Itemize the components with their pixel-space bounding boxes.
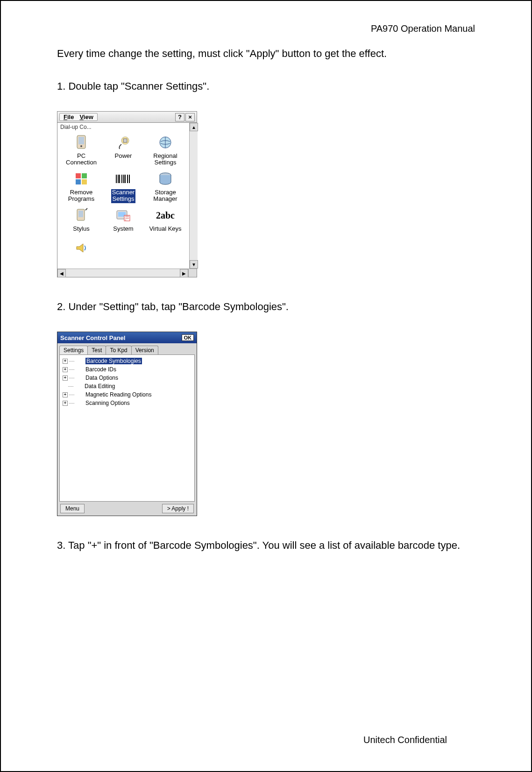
windows-icon bbox=[60, 170, 102, 188]
window-titlebar: Scanner Control Panel OK bbox=[57, 332, 197, 343]
tree-label: Barcode IDs bbox=[85, 366, 116, 373]
close-button[interactable]: × bbox=[185, 113, 195, 121]
icon-label: Stylus bbox=[60, 226, 102, 240]
tree-connector: ········ bbox=[69, 375, 85, 380]
stylus-icon bbox=[60, 206, 102, 225]
tab-bar: Settings Test To Kpd Version bbox=[57, 343, 197, 354]
tree-node-data-editing[interactable]: ········ Data Editing bbox=[61, 382, 193, 390]
icon-pc-connection[interactable]: PCConnection bbox=[60, 133, 102, 167]
database-icon bbox=[144, 170, 186, 188]
icon-label: System bbox=[102, 226, 144, 240]
tab-version[interactable]: Version bbox=[131, 346, 158, 354]
window-title: Scanner Control Panel bbox=[60, 334, 125, 341]
tree-connector: ········ bbox=[69, 367, 85, 372]
tab-test[interactable]: Test bbox=[87, 346, 106, 354]
svg-rect-1 bbox=[78, 137, 84, 144]
svg-rect-9 bbox=[82, 179, 87, 184]
tree-node-scanning-options[interactable]: + ········ Scanning Options bbox=[61, 399, 193, 407]
svg-rect-20 bbox=[78, 211, 83, 217]
menu-view[interactable]: View bbox=[77, 113, 96, 120]
svg-rect-6 bbox=[76, 173, 81, 178]
tree-connector: ········ bbox=[69, 401, 85, 405]
icon-label-selected: ScannerSettings bbox=[102, 188, 144, 203]
control-panel-screenshot: File View ? × Dial-up Co... bbox=[57, 111, 197, 277]
menu-button[interactable]: Menu bbox=[60, 504, 85, 513]
globe-icon bbox=[144, 133, 186, 152]
icon-partial[interactable] bbox=[60, 242, 102, 254]
icon-stylus[interactable]: Stylus bbox=[60, 206, 102, 240]
tree-label: Scanning Options bbox=[85, 400, 130, 406]
horizontal-scrollbar[interactable]: ◀ ▶ bbox=[57, 269, 197, 277]
tab-settings[interactable]: Settings bbox=[59, 346, 88, 354]
speaker-icon bbox=[60, 242, 102, 254]
settings-tree: + ········ Barcode Symbologies + ·······… bbox=[59, 354, 195, 502]
tree-label: Data Options bbox=[85, 375, 118, 381]
tree-node-barcode-symbologies[interactable]: + ········ Barcode Symbologies bbox=[61, 357, 193, 365]
step-1-text: 1. Double tap "Scanner Settings". bbox=[57, 80, 475, 92]
svg-line-21 bbox=[85, 208, 87, 210]
scanner-control-panel-screenshot: Scanner Control Panel OK Settings Test T… bbox=[57, 332, 197, 516]
tree-label: Magnetic Reading Options bbox=[85, 391, 151, 398]
scroll-up-button[interactable]: ▲ bbox=[190, 123, 198, 131]
tree-connector: ········ bbox=[69, 359, 85, 363]
tree-node-magnetic-reading[interactable]: + ········ Magnetic Reading Options bbox=[61, 390, 193, 399]
page-header: PA970 Operation Manual bbox=[371, 23, 475, 34]
icon-label: StorageManager bbox=[144, 189, 186, 203]
intro-text: Every time change the setting, must clic… bbox=[57, 45, 475, 62]
svg-point-2 bbox=[80, 145, 82, 147]
scroll-left-button[interactable]: ◀ bbox=[57, 269, 66, 277]
expand-icon[interactable]: + bbox=[63, 375, 68, 381]
menubar: File View ? × bbox=[57, 112, 197, 123]
icon-remove-programs[interactable]: RemovePrograms bbox=[60, 170, 102, 203]
svg-rect-4 bbox=[123, 139, 127, 142]
tree-label: Barcode Symbologies bbox=[85, 358, 142, 364]
svg-rect-8 bbox=[76, 179, 81, 184]
icon-label: RemovePrograms bbox=[60, 189, 102, 203]
tab-to-kpd[interactable]: To Kpd bbox=[106, 346, 131, 354]
bottom-bar: Menu > Apply ! bbox=[57, 502, 197, 516]
svg-rect-7 bbox=[82, 173, 87, 178]
tree-connector: ········ bbox=[68, 384, 85, 389]
tree-label: Data Editing bbox=[85, 383, 115, 390]
apply-button[interactable]: > Apply ! bbox=[162, 504, 194, 513]
expand-icon[interactable]: + bbox=[63, 359, 68, 364]
scroll-down-button[interactable]: ▼ bbox=[190, 260, 198, 269]
tree-node-data-options[interactable]: + ········ Data Options bbox=[61, 374, 193, 382]
icon-power[interactable]: Power bbox=[102, 133, 144, 167]
step-3-text: 3. Tap "+" in front of "Barcode Symbolog… bbox=[57, 539, 475, 552]
help-button[interactable]: ? bbox=[175, 113, 184, 121]
scroll-right-button[interactable]: ▶ bbox=[180, 269, 188, 277]
tree-node-barcode-ids[interactable]: + ········ Barcode IDs bbox=[61, 365, 193, 374]
ok-button[interactable]: OK bbox=[182, 334, 194, 341]
icon-regional-settings[interactable]: RegionalSettings bbox=[144, 133, 186, 167]
truncated-label: Dial-up Co... bbox=[60, 124, 186, 130]
icon-label: Power bbox=[102, 153, 144, 167]
tree-connector: ········ bbox=[69, 392, 85, 397]
icon-virtual-keys[interactable]: 2abc Virtual Keys bbox=[144, 206, 186, 240]
plug-icon bbox=[102, 133, 144, 152]
step-2-text: 2. Under "Setting" tab, tap "Barcode Sym… bbox=[57, 301, 475, 313]
icon-label: RegionalSettings bbox=[144, 153, 186, 167]
icon-system[interactable]: System bbox=[102, 206, 144, 240]
icon-storage-manager[interactable]: StorageManager bbox=[144, 170, 186, 203]
icon-label: Virtual Keys bbox=[144, 226, 186, 240]
menu-file[interactable]: File bbox=[61, 113, 77, 120]
expand-icon[interactable]: + bbox=[63, 392, 68, 397]
system-icon bbox=[102, 206, 144, 225]
page-footer: Unitech Confidential bbox=[363, 735, 447, 745]
pda-icon bbox=[60, 133, 102, 152]
expand-icon[interactable]: + bbox=[63, 401, 68, 406]
document-page: PA970 Operation Manual Every time change… bbox=[0, 0, 532, 772]
keyboard-icon: 2abc bbox=[144, 206, 186, 225]
icon-scanner-settings[interactable]: ScannerSettings bbox=[102, 170, 144, 203]
icon-label: PCConnection bbox=[60, 153, 102, 167]
expand-icon[interactable]: + bbox=[63, 367, 68, 372]
vertical-scrollbar[interactable]: ▲ ▼ bbox=[189, 123, 198, 269]
barcode-icon bbox=[102, 170, 144, 188]
